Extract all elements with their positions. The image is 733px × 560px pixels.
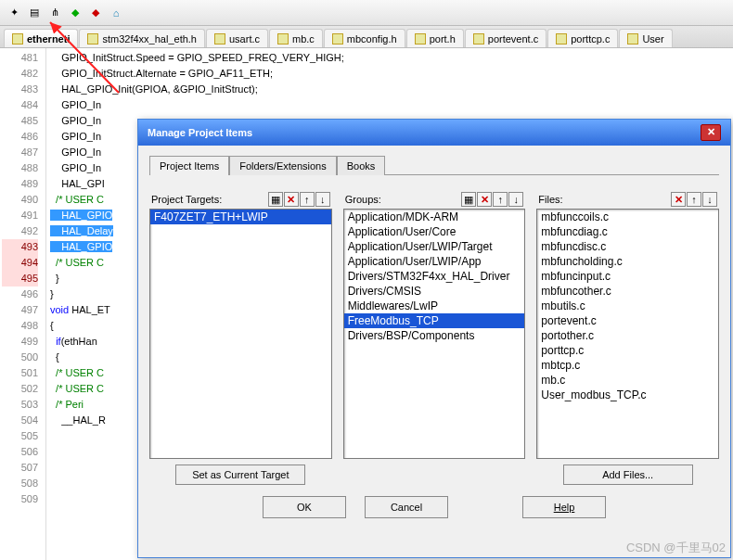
file-icon [214,33,225,45]
wand-icon[interactable]: ✦ [6,5,22,21]
delete-target-icon[interactable]: ✕ [284,192,299,207]
tab-label: mb.c [292,33,315,45]
editor-tab[interactable]: etherneti [4,29,78,47]
dialog-title: Manage Project Items [148,127,252,138]
new-group-icon[interactable]: ▦ [461,192,476,207]
file-icon [473,33,484,45]
delete-file-icon[interactable]: ✕ [671,192,686,207]
list-item[interactable]: mbfuncdisc.c [537,239,718,254]
tab-folders-extensions[interactable]: Folders/Extensions [229,156,337,175]
editor-tab[interactable]: portevent.c [465,29,547,47]
list-item[interactable]: mbfunccoils.c [537,210,718,224]
new-target-icon[interactable]: ▦ [268,192,283,207]
move-up-icon[interactable]: ↑ [493,192,508,207]
editor-tab[interactable]: mbconfig.h [324,29,405,47]
stack-icon[interactable]: ▤ [26,5,43,21]
tab-books[interactable]: Books [337,156,386,175]
editor-tabstrip: ethernetistm32f4xx_hal_eth.husart.cmb.cm… [0,26,733,48]
move-up-icon[interactable]: ↑ [300,192,315,207]
list-item[interactable]: mbutils.c [537,299,718,313]
tab-label: portevent.c [488,33,538,45]
set-current-target-button[interactable]: Set as Current Target [175,465,305,485]
list-item[interactable]: Application/User/LWIP/Target [344,239,525,254]
file-icon [277,33,289,45]
help-button[interactable]: Help [522,496,606,518]
list-item[interactable]: portother.c [537,328,718,343]
list-item[interactable]: User_modbus_TCP.c [537,388,718,402]
project-targets-label: Project Targets: [151,194,222,205]
tab-label: User [642,33,663,45]
editor-tab[interactable]: stm32f4xx_hal_eth.h [79,29,205,47]
file-icon [87,33,98,45]
file-icon [12,33,23,45]
move-down-icon[interactable]: ↓ [315,192,330,207]
house-icon[interactable]: ⌂ [108,5,124,21]
editor-tab[interactable]: port.h [406,29,464,47]
delete-group-icon[interactable]: ✕ [477,192,492,207]
groups-listbox[interactable]: Application/MDK-ARMApplication/User/Core… [343,209,526,459]
list-item[interactable]: mbfuncinput.c [537,269,718,284]
list-item[interactable]: Application/User/Core [344,224,525,239]
editor-tab[interactable]: User [619,29,672,47]
targets-listbox[interactable]: F407ZET7_ETH+LWIP [149,209,332,459]
move-up-icon[interactable]: ↑ [687,192,701,207]
tab-label: usart.c [229,33,260,45]
editor-tab[interactable]: usart.c [206,29,268,47]
tab-label: etherneti [27,33,70,45]
dialog-titlebar[interactable]: Manage Project Items ✕ [138,120,730,146]
manage-project-items-dialog: Manage Project Items ✕ Project Items Fol… [137,119,731,558]
list-item[interactable]: mb.c [537,373,718,388]
files-listbox[interactable]: mbfunccoils.cmbfuncdiag.cmbfuncdisc.cmbf… [536,209,719,459]
diamond-red-icon[interactable]: ◆ [87,5,104,21]
file-icon [415,33,426,45]
close-icon[interactable]: ✕ [701,124,721,141]
move-down-icon[interactable]: ↓ [508,192,523,207]
tab-label: porttcp.c [571,33,610,45]
list-item[interactable]: mbfuncother.c [537,284,718,299]
list-item[interactable]: Middlewares/LwIP [344,299,525,313]
tab-label: mbconfig.h [347,33,397,45]
list-item[interactable]: mbfuncholding.c [537,254,718,269]
ok-button[interactable]: OK [263,496,346,518]
cancel-button[interactable]: Cancel [365,496,448,518]
list-item[interactable]: Application/MDK-ARM [344,210,525,224]
list-item[interactable]: mbtcp.c [537,358,718,373]
move-down-icon[interactable]: ↓ [702,192,717,207]
tree-icon[interactable]: ⋔ [46,5,63,21]
editor-tab[interactable]: mb.c [269,29,323,47]
editor-tab[interactable]: porttcp.c [547,29,618,47]
list-item[interactable]: Drivers/CMSIS [344,284,525,299]
main-toolbar: ✦ ▤ ⋔ ◆ ◆ ⌂ [0,0,733,26]
tab-project-items[interactable]: Project Items [149,156,229,175]
diamond-green-icon[interactable]: ◆ [67,5,84,21]
list-item[interactable]: FreeModbus_TCP [344,313,525,328]
list-item[interactable]: portevent.c [537,313,718,328]
line-gutter: 4814824834844854864874884894904914924934… [0,48,46,560]
tab-label: port.h [430,33,456,45]
tab-label: stm32f4xx_hal_eth.h [102,33,197,45]
file-icon [556,33,567,45]
files-label: Files: [538,194,562,205]
list-item[interactable]: F407ZET7_ETH+LWIP [150,210,331,224]
file-icon [627,33,638,45]
file-icon [332,33,343,45]
groups-label: Groups: [345,194,381,205]
list-item[interactable]: Application/User/LWIP/App [344,254,525,269]
list-item[interactable]: mbfuncdiag.c [537,224,718,239]
list-item[interactable]: Drivers/BSP/Components [344,328,525,343]
add-files-button[interactable]: Add Files... [563,465,693,485]
list-item[interactable]: porttcp.c [537,343,718,358]
list-item[interactable]: Drivers/STM32F4xx_HAL_Driver [344,269,525,284]
dialog-tabs: Project Items Folders/Extensions Books [149,155,719,175]
